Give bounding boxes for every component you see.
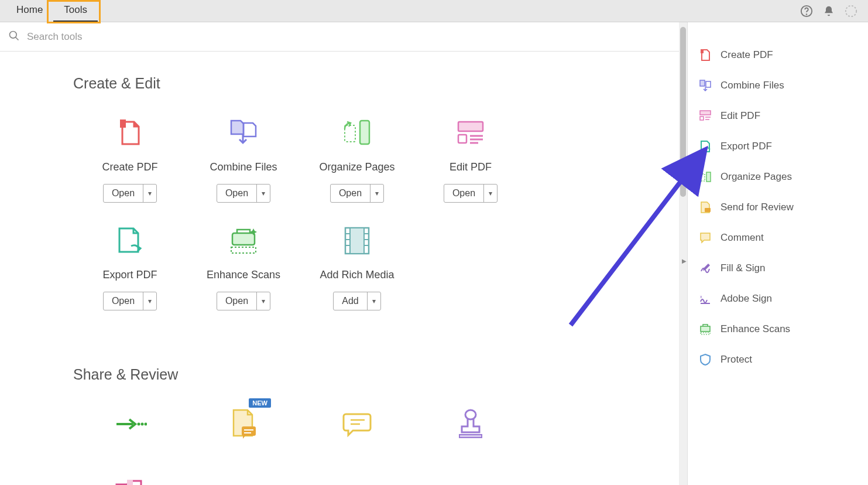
activity-icon[interactable]	[843, 4, 859, 19]
svg-rect-33	[127, 480, 133, 485]
notifications-icon[interactable]	[821, 4, 836, 19]
tool-open-button[interactable]: Open▾	[103, 184, 157, 203]
svg-rect-36	[706, 81, 711, 87]
topbar: Home Tools	[0, 0, 868, 22]
side-panel: ▶ Create PDF Combine Files Edit PDF Expo…	[687, 22, 868, 485]
chevron-down-icon[interactable]: ▾	[256, 185, 270, 202]
tool-add-rich-media[interactable]: Add Rich Media Add▾	[300, 223, 414, 310]
tool-comment[interactable]	[300, 407, 414, 452]
sidebar-item-protect[interactable]: Protect	[698, 344, 857, 375]
search-bar	[0, 22, 679, 52]
svg-line-4	[16, 37, 19, 40]
main-tabs: Home Tools	[6, 0, 98, 22]
comment-bubble-icon	[698, 231, 712, 245]
svg-point-1	[807, 14, 807, 15]
tool-grid-share-review: NEW	[73, 407, 626, 485]
chevron-down-icon[interactable]: ▾	[256, 292, 270, 310]
sidebar-item-label: Combine Files	[721, 80, 784, 91]
combine-files-icon	[698, 78, 712, 93]
svg-point-2	[846, 5, 856, 16]
tool-add-button[interactable]: Add▾	[333, 292, 380, 310]
svg-rect-5	[120, 119, 126, 128]
edit-pdf-icon	[450, 115, 491, 151]
create-pdf-icon	[698, 48, 712, 62]
organize-pages-icon	[698, 170, 712, 184]
tool-open-button[interactable]: Open▾	[217, 292, 270, 310]
scrollbar-thumb[interactable]	[680, 27, 686, 197]
export-pdf-icon	[698, 139, 712, 153]
comment-bubble-icon	[337, 407, 378, 442]
sidebar-item-adobe-sign[interactable]: x Adobe Sign	[698, 284, 857, 314]
sidebar-item-fill-sign[interactable]: Fill & Sign	[698, 253, 857, 284]
section-title-share-review: Share & Review	[73, 366, 626, 383]
tool-label: Create PDF	[102, 161, 157, 173]
sidebar-item-label: Organize Pages	[721, 171, 792, 183]
compare-icon	[109, 473, 150, 485]
svg-rect-13	[232, 233, 255, 245]
search-input[interactable]	[27, 31, 261, 43]
section-title-create-edit: Create & Edit	[73, 75, 626, 92]
sidebar-item-enhance-scans[interactable]: Enhance Scans	[698, 314, 857, 344]
share-arrow-icon	[109, 407, 150, 442]
tool-open-button[interactable]: Open▾	[217, 184, 270, 203]
sidebar-item-label: Protect	[721, 354, 752, 366]
chevron-down-icon[interactable]: ▾	[367, 292, 380, 310]
tool-organize-pages[interactable]: Organize Pages Open▾	[300, 115, 414, 203]
svg-rect-32	[459, 435, 482, 438]
tool-send-review[interactable]: NEW	[187, 407, 300, 452]
tab-tools[interactable]: Tools	[53, 0, 98, 22]
fill-sign-icon	[698, 261, 712, 275]
sidebar-item-send-review[interactable]: Send for Review	[698, 192, 857, 223]
tool-create-pdf[interactable]: Create PDF Open▾	[73, 115, 187, 203]
search-icon	[8, 30, 20, 44]
svg-rect-46	[701, 333, 710, 334]
sidebar-item-label: Adobe Sign	[721, 293, 772, 305]
svg-point-23	[138, 423, 140, 426]
sidebar-item-create-pdf[interactable]: Create PDF	[698, 40, 857, 70]
rich-media-icon	[337, 223, 378, 258]
sidebar-item-label: Comment	[721, 232, 764, 244]
svg-rect-16	[350, 228, 364, 254]
create-pdf-icon	[109, 115, 150, 151]
tool-open-button[interactable]: Open▾	[330, 184, 384, 203]
sidebar-item-comment[interactable]: Comment	[698, 223, 857, 253]
tool-grid-create-edit: Create PDF Open▾ Combine Files Open▾ Org…	[73, 115, 626, 331]
svg-rect-34	[701, 49, 704, 53]
svg-rect-35	[700, 80, 705, 86]
chevron-down-icon[interactable]: ▾	[483, 185, 497, 202]
tool-edit-pdf[interactable]: Edit PDF Open▾	[414, 115, 527, 203]
tab-home[interactable]: Home	[6, 0, 53, 22]
svg-rect-37	[700, 111, 711, 115]
tool-share[interactable]	[73, 407, 187, 452]
collapse-panel-icon[interactable]: ▶	[681, 254, 688, 268]
tool-label: Enhance Scans	[207, 269, 280, 281]
export-pdf-icon	[109, 223, 150, 258]
svg-rect-9	[458, 135, 466, 143]
chevron-down-icon[interactable]: ▾	[143, 292, 156, 310]
tool-export-pdf[interactable]: Export PDF Open▾	[73, 223, 187, 310]
sidebar-item-combine-files[interactable]: Combine Files	[698, 70, 857, 101]
edit-pdf-icon	[698, 109, 712, 123]
svg-rect-41	[706, 172, 711, 182]
tool-combine-files[interactable]: Combine Files Open▾	[187, 115, 300, 203]
help-icon[interactable]	[799, 4, 814, 19]
tool-enhance-scans[interactable]: Enhance Scans Open▾	[187, 223, 300, 310]
tool-stamp[interactable]	[414, 407, 527, 452]
tool-open-button[interactable]: Open▾	[103, 292, 157, 310]
tool-open-button[interactable]: Open▾	[444, 184, 498, 203]
protect-icon	[698, 353, 712, 367]
tool-compare[interactable]	[73, 473, 187, 485]
svg-rect-38	[700, 117, 704, 120]
svg-point-24	[141, 423, 144, 426]
sidebar-item-edit-pdf[interactable]: Edit PDF	[698, 101, 857, 131]
organize-pages-icon	[337, 115, 378, 151]
tool-label: Combine Files	[210, 161, 277, 173]
sidebar-item-export-pdf[interactable]: Export PDF	[698, 131, 857, 162]
sidebar-item-organize-pages[interactable]: Organize Pages	[698, 162, 857, 192]
svg-rect-45	[701, 326, 710, 332]
chevron-down-icon[interactable]: ▾	[143, 185, 156, 202]
tool-label: Add Rich Media	[320, 269, 394, 281]
chevron-down-icon[interactable]: ▾	[370, 185, 383, 202]
svg-rect-42	[700, 174, 705, 181]
svg-rect-6	[360, 121, 369, 144]
